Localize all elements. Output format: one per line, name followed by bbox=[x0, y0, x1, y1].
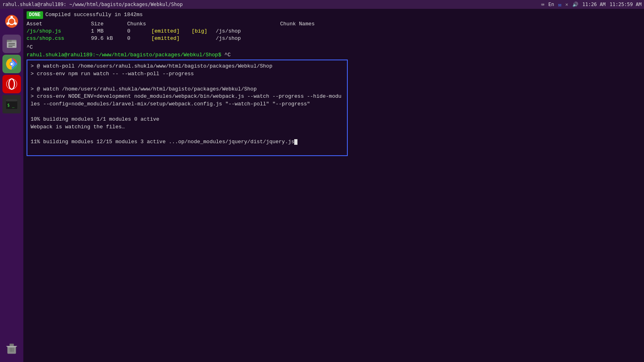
table-header: AssetSizeChunksChunk Names bbox=[27, 21, 641, 28]
dock-item-chromium[interactable] bbox=[2, 55, 21, 73]
topbar: rahul.shukla@rahul189: ~/www/html/bagist… bbox=[0, 0, 644, 9]
svg-point-4 bbox=[6, 22, 9, 25]
inner-line-2: > cross-env npm run watch -- --watch-pol… bbox=[31, 70, 344, 78]
svg-rect-27 bbox=[13, 348, 14, 352]
inner-terminal[interactable]: > @ watch-poll /home/users/rahul.shukla/… bbox=[27, 60, 348, 156]
inner-line-10: 11% building modules 12/15 modules 3 act… bbox=[31, 138, 344, 146]
dock-item-ubuntu[interactable] bbox=[2, 12, 21, 31]
cursor bbox=[294, 139, 297, 145]
table-row-1: /js/shop.js1 MB0[emitted][big]/js/shop bbox=[27, 28, 641, 35]
svg-point-2 bbox=[10, 16, 13, 18]
table-row-2: css/shop.css99.6 kB0[emitted]/js/shop bbox=[27, 35, 641, 42]
svg-rect-23 bbox=[10, 344, 14, 346]
dock-item-terminal[interactable]: $ _ bbox=[2, 95, 21, 113]
close-indicator[interactable]: ✕ bbox=[565, 2, 568, 7]
clock-date: 11:25:59 AM bbox=[610, 2, 642, 7]
volume-icon[interactable]: 🔊 bbox=[572, 2, 578, 7]
inner-line-9 bbox=[31, 131, 344, 139]
clock-time: 11:26 AM bbox=[582, 2, 606, 7]
compiled-text: Compiled successfully in 1842ms bbox=[45, 12, 143, 18]
svg-rect-10 bbox=[8, 46, 12, 47]
lang-indicator[interactable]: En bbox=[548, 2, 554, 7]
dock-item-files[interactable] bbox=[2, 35, 21, 53]
keyboard-icon[interactable]: ⌨ bbox=[541, 2, 544, 8]
done-badge: DONE bbox=[27, 11, 43, 19]
svg-text:$ _: $ _ bbox=[7, 103, 15, 108]
dock: $ _ bbox=[0, 9, 23, 362]
svg-rect-25 bbox=[10, 348, 11, 352]
svg-rect-9 bbox=[8, 45, 15, 45]
mail-icon[interactable]: ✉ bbox=[558, 2, 561, 8]
inner-line-1: > @ watch-poll /home/users/rahul.shukla/… bbox=[31, 63, 344, 70]
dock-item-trash[interactable] bbox=[2, 339, 21, 358]
topbar-right: ⌨ En ✉ ✕ 🔊 11:26 AM 11:25:59 AM bbox=[541, 2, 642, 8]
svg-point-3 bbox=[14, 22, 17, 25]
svg-rect-24 bbox=[6, 346, 17, 347]
svg-rect-19 bbox=[6, 99, 17, 101]
inner-line-6 bbox=[31, 108, 344, 116]
compiled-status-line: DONECompiled successfully in 1842ms bbox=[27, 11, 641, 19]
prompt-line-1: rahul.shukla@rahul189:~/www/html/bagisto… bbox=[27, 51, 641, 59]
svg-rect-7 bbox=[7, 40, 12, 42]
inner-line-4: > @ watch /home/users/rahul.shukla/www/h… bbox=[31, 86, 344, 93]
topbar-title: rahul.shukla@rahul189: ~/www/html/bagist… bbox=[2, 2, 183, 7]
svg-rect-26 bbox=[11, 348, 12, 352]
dock-item-opera[interactable] bbox=[2, 75, 21, 93]
inner-line-3 bbox=[31, 78, 344, 86]
svg-point-14 bbox=[10, 63, 13, 65]
inner-line-7: 10% building modules 1/1 modules 0 activ… bbox=[31, 116, 344, 123]
inner-line-5: > cross-env NODE_ENV=development node_mo… bbox=[31, 93, 344, 108]
inner-line-8: Webpack is watching the files… bbox=[31, 123, 344, 131]
svg-rect-8 bbox=[8, 43, 15, 44]
ctrl-c-1: ^C bbox=[27, 44, 641, 51]
